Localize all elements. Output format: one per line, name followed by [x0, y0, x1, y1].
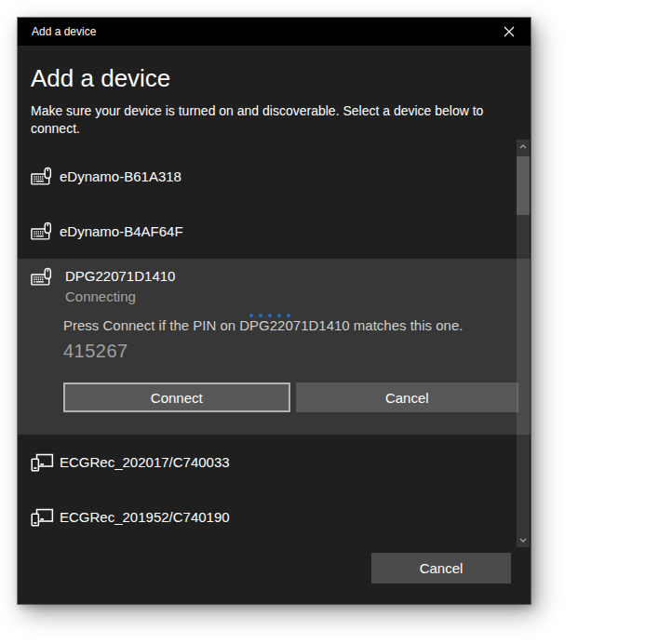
dialog-footer: Cancel	[18, 547, 531, 604]
device-name: ECGRec_202017/C740033	[60, 454, 230, 470]
desktop-background: Add a device Add a device Make sure your…	[0, 0, 645, 644]
page-description: Make sure your device is turned on and d…	[31, 102, 502, 138]
close-button[interactable]	[488, 18, 531, 46]
device-name: eDynamo-B4AF64F	[60, 223, 183, 239]
close-icon	[504, 26, 515, 37]
scroll-up-arrow[interactable]	[517, 140, 530, 154]
scrollbar-thumb[interactable]	[517, 156, 530, 215]
dialog-titlebar[interactable]: Add a device	[18, 18, 531, 46]
progress-dots	[18, 306, 521, 312]
scrollbar[interactable]	[517, 140, 530, 547]
device-row-ecgrec-202017[interactable]: ECGRec_202017/C740033	[18, 435, 531, 490]
keyboard-mouse-icon	[31, 167, 54, 187]
add-device-dialog: Add a device Add a device Make sure your…	[18, 18, 531, 604]
dialog-title: Add a device	[32, 25, 96, 38]
selected-device-header: DPG22071D1410 Connecting	[31, 267, 175, 305]
pin-code: 415267	[63, 341, 128, 362]
pin-prompt: Press Connect if the PIN on DPG22071D141…	[63, 317, 463, 333]
device-row-dpg22071d1410-selected[interactable]: DPG22071D1410 Connecting Press Connect i…	[18, 259, 531, 435]
keyboard-mouse-icon	[31, 267, 54, 288]
pairing-buttons: Connect Cancel	[63, 382, 518, 412]
page-title: Add a device	[31, 64, 170, 93]
connect-button[interactable]: Connect	[63, 382, 290, 412]
device-name: eDynamo-B61A318	[60, 168, 181, 184]
footer-cancel-button[interactable]: Cancel	[371, 553, 511, 584]
device-row-ecgrec-201952[interactable]: ECGRec_201952/C740190	[18, 490, 531, 544]
device-row-edynamo-b61a318[interactable]: eDynamo-B61A318	[18, 149, 531, 204]
phone-monitor-icon	[31, 507, 54, 528]
scroll-down-arrow[interactable]	[517, 533, 530, 547]
device-status: Connecting	[65, 288, 175, 305]
pairing-cancel-button[interactable]: Cancel	[296, 382, 519, 412]
device-row-edynamo-b4af64f[interactable]: eDynamo-B4AF64F	[18, 204, 531, 259]
phone-monitor-icon	[31, 452, 54, 473]
keyboard-mouse-icon	[31, 221, 54, 242]
device-name: DPG22071D1410	[65, 267, 175, 285]
chevron-up-icon	[519, 144, 527, 149]
device-name: ECGRec_201952/C740190	[60, 509, 230, 525]
chevron-down-icon	[519, 538, 527, 543]
device-list: eDynamo-B61A318	[18, 140, 531, 547]
